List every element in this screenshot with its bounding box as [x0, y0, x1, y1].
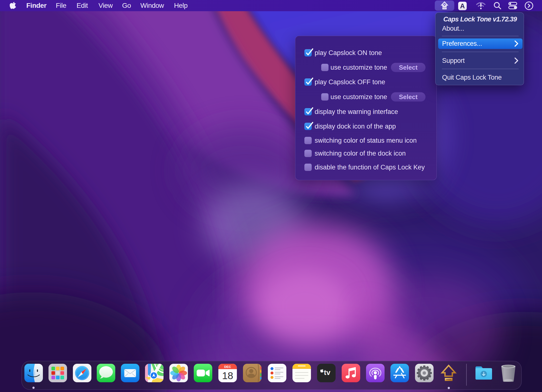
- svg-text:DEC: DEC: [224, 365, 231, 369]
- svg-text:18: 18: [222, 370, 233, 381]
- svg-text:tv: tv: [324, 368, 330, 376]
